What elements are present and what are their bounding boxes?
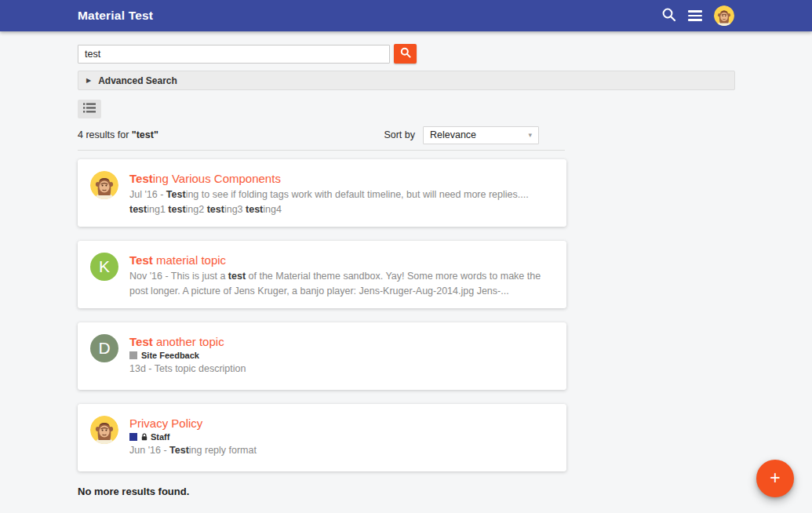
results-summary: 4 results for "test" xyxy=(78,129,158,140)
sort-select[interactable]: Relevance ▾ xyxy=(423,126,539,144)
advanced-search-toggle[interactable]: ▶ Advanced Search xyxy=(78,71,735,90)
topic-title[interactable]: Test another topic xyxy=(129,335,554,348)
search-input[interactable] xyxy=(78,45,390,64)
topic-author-avatar[interactable]: K xyxy=(90,253,118,281)
category-badge[interactable]: Site Feedback xyxy=(129,351,554,360)
topic-author-avatar[interactable]: D xyxy=(90,334,118,362)
user-avatar-button[interactable] xyxy=(714,5,734,26)
result-body: Privacy Policy Staff Jun '16 - Testing r… xyxy=(129,416,554,462)
results-summary-prefix: 4 results for xyxy=(78,129,132,140)
no-more-results-text: No more results found. xyxy=(78,486,735,497)
results-header: 4 results for "test" Sort by Relevance ▾ xyxy=(78,126,539,144)
topic-title[interactable]: Test material topic xyxy=(129,253,554,267)
topic-title[interactable]: Privacy Policy xyxy=(129,417,554,430)
topic-author-avatar[interactable] xyxy=(90,171,118,199)
topic-author-avatar[interactable] xyxy=(90,416,118,444)
plus-icon: + xyxy=(770,469,780,487)
search-result-card[interactable]: K Test material topic Nov '16 - This is … xyxy=(78,241,566,308)
caret-right-icon: ▶ xyxy=(86,77,91,84)
results-summary-query: "test" xyxy=(132,129,158,140)
category-color-swatch xyxy=(129,351,137,359)
avatar-letter: K xyxy=(99,257,110,276)
new-topic-fab[interactable]: + xyxy=(756,460,794,497)
topic-excerpt: Jun '16 - Testing reply format xyxy=(129,443,554,458)
site-title[interactable]: Material Test xyxy=(78,9,153,23)
header-search-button[interactable] xyxy=(661,7,676,24)
hamburger-icon xyxy=(688,10,702,21)
category-badge[interactable]: Staff xyxy=(129,432,554,442)
search-result-card[interactable]: Testing Various Components Jul '16 - Tes… xyxy=(78,159,566,227)
list-icon xyxy=(83,103,96,115)
sort-by-label: Sort by xyxy=(384,129,415,140)
search-result-card[interactable]: Privacy Policy Staff Jun '16 - Testing r… xyxy=(78,404,566,471)
category-color-swatch xyxy=(129,433,137,441)
result-body: Testing Various Components Jul '16 - Tes… xyxy=(129,171,554,217)
advanced-search-label: Advanced Search xyxy=(98,75,177,86)
user-avatar xyxy=(714,5,734,26)
result-body: Test another topic Site Feedback 13d - T… xyxy=(129,334,554,380)
app-header: Material Test xyxy=(0,0,812,31)
search-result-card[interactable]: D Test another topic Site Feedback 13d -… xyxy=(78,322,566,390)
category-label: Site Feedback xyxy=(141,351,199,360)
sort-select-value: Relevance xyxy=(430,129,476,140)
search-submit-button[interactable] xyxy=(394,44,417,64)
sort-control: Sort by Relevance ▾ xyxy=(384,126,539,144)
main-content: ▶ Advanced Search 4 results for "test" S… xyxy=(78,31,735,497)
topic-excerpt: Jul '16 - Testing to see if folding tags… xyxy=(129,187,554,217)
result-body: Test material topic Nov '16 - This is ju… xyxy=(129,253,554,299)
chevron-down-icon: ▾ xyxy=(528,131,532,139)
topic-title[interactable]: Testing Various Components xyxy=(129,172,554,185)
results-list: Testing Various Components Jul '16 - Tes… xyxy=(78,159,566,471)
hamburger-menu-button[interactable] xyxy=(688,10,702,21)
search-icon xyxy=(400,47,411,60)
results-divider xyxy=(78,150,565,151)
header-inner: Material Test xyxy=(78,0,734,31)
topic-excerpt: Nov '16 - This is just a test of the Mat… xyxy=(129,269,554,299)
header-actions xyxy=(661,5,734,26)
list-view-button[interactable] xyxy=(78,100,101,118)
search-row xyxy=(78,31,735,64)
search-icon xyxy=(661,7,676,24)
category-label: Staff xyxy=(151,432,169,442)
topic-excerpt: 13d - Tets topic description xyxy=(129,362,554,377)
avatar-letter: D xyxy=(98,339,110,358)
lock-icon xyxy=(141,433,147,441)
